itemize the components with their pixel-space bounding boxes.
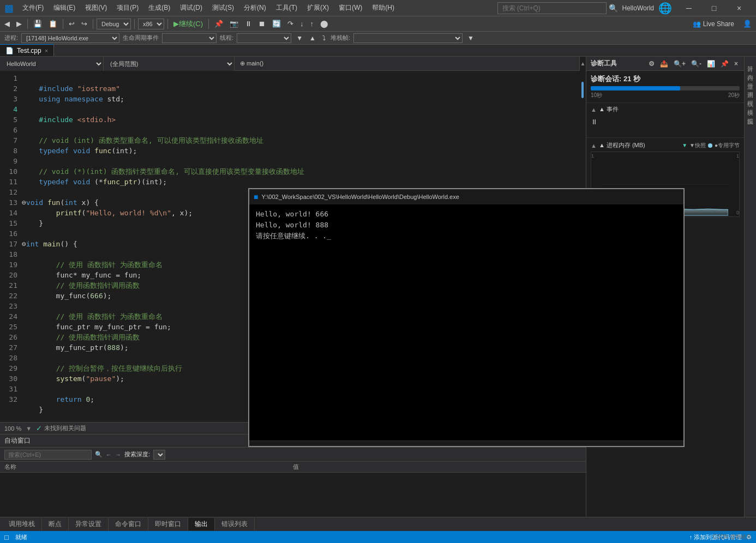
diag-tab-output[interactable]: 输出 [188,518,215,530]
scroll-arrow-up[interactable]: ▲ [580,61,586,67]
toolbar-redo[interactable]: ↪ [79,19,89,29]
toolbar-account[interactable]: 👤 [741,19,754,29]
events-collapse-icon[interactable]: ▲ [591,106,597,113]
debug-arrow-up[interactable]: ▲ [308,34,317,43]
events-label: ▲ 事件 [599,105,619,113]
line-num-26: 26 [2,332,17,342]
menu-analyze[interactable]: 分析(N) [239,2,271,14]
menu-edit[interactable]: 编辑(E) [49,2,80,14]
toolbar-step-in[interactable]: ↓ [298,19,306,29]
bytes-legend-dot [708,143,712,148]
scope-dropdown[interactable]: HelloWorld [0,57,104,71]
console-scrollbar[interactable] [249,441,683,446]
diag-tab-command[interactable]: 命令窗口 [109,518,148,530]
ok-icon: ✓ [36,424,42,432]
line-num-27: 27 [2,342,17,353]
function-scope: ⊕ main() [235,60,269,67]
menu-debug[interactable]: 调试(D) [176,2,207,14]
toolbar-undo[interactable]: ↩ [67,19,77,29]
toolbar-restart[interactable]: 🔄 [270,19,283,29]
console-title-bar: ■ Y:\002_WorkSpace\002_VS\HelloWorld\Hel… [249,189,683,204]
diag-tab-callstack[interactable]: 调用堆栈 [2,518,42,530]
diag-tab-errors[interactable]: 错误列表 [215,518,255,530]
diag-zoom-in-icon[interactable]: 🔍+ [672,59,687,68]
debug-arrow-down[interactable]: ▼ [295,34,304,43]
toolbar-sep-1 [27,19,28,29]
event-pause-icon[interactable]: ⏸ [591,118,598,126]
toolbar-step-over[interactable]: ↷ [285,19,296,29]
menu-tools[interactable]: 工具(T) [272,2,302,14]
toolbar-stop[interactable]: ⏹ [256,19,268,29]
menu-extensions[interactable]: 扩展(X) [303,2,333,14]
toolbar: ◀ ▶ 💾 📋 ↩ ↪ Debug x86 ▶ 继续(C) 📌 📷 ⏸ ⏹ 🔄 … [0,16,756,32]
toolbar-save[interactable]: 💾 [31,19,44,29]
minimize-button[interactable]: ─ [676,0,701,16]
toolbar-pin[interactable]: 📌 [212,19,225,29]
snapshot-label: ▼快照 [689,142,706,149]
diag-chart-icon[interactable]: 📊 [705,59,717,68]
line-num-15: 15 [2,218,17,228]
diag-time-labels: 10秒 20秒 [591,92,740,99]
toolbar-camera[interactable]: 📷 [227,19,241,29]
memory-title: ▲ ▲ 进程内存 (MB) ▼ ▼快照 ●专用字节 [591,141,740,149]
auto-search-input[interactable] [4,450,92,460]
line-num-9: 9 [2,156,17,166]
arrow-left-icon[interactable]: ← [106,451,112,458]
y-top-left: 1 [591,153,602,159]
live-share-button[interactable]: 👥 Live Share [688,19,739,29]
console-content: Hello, world! 666 Hello, world! 888 请按任意… [249,204,683,441]
title-search-input[interactable] [497,2,607,14]
toolbar-forward[interactable]: ▶ [14,19,24,29]
line-num-11: 11 [2,177,17,187]
line-num-20: 20 [2,270,17,280]
restore-button[interactable]: □ [701,0,727,16]
diag-pin-icon[interactable]: 📌 [719,59,730,68]
arrow-right-icon[interactable]: → [115,451,121,458]
process-label: 进程: [4,34,18,42]
memory-collapse-icon[interactable]: ▲ [591,142,597,149]
col-name-header: 名称 [4,463,293,471]
line-num-12: 12 [2,187,17,197]
diag-tab-breakpoints[interactable]: 断点 [42,518,69,530]
toolbar-back[interactable]: ◀ [2,19,12,29]
console-line-3: 请按任意键继续. . ._ [256,231,677,242]
debug-config-dropdown[interactable]: Debug [97,19,131,29]
menu-file[interactable]: 文件(F) [18,2,48,14]
process-select[interactable]: [17148] HelloWorld.exe [21,33,119,43]
callstack-select[interactable] [353,33,463,43]
toolbar-step-out[interactable]: ↑ [308,19,316,29]
diag-close-icon[interactable]: × [733,59,740,68]
diag-export-icon[interactable]: 📤 [658,59,670,68]
search-depth-select[interactable] [153,450,165,460]
debug-callstack-arrow[interactable]: ▼ [466,34,476,43]
menu-help[interactable]: 帮助(H) [368,2,399,14]
line-num-24: 24 [2,311,17,322]
file-tab[interactable]: 📄 Test.cpp × [0,44,54,56]
menu-view[interactable]: 视图(V) [81,2,111,14]
menu-window[interactable]: 窗口(W) [334,2,367,14]
platform-dropdown[interactable]: x86 [138,19,164,29]
tab-close-button[interactable]: × [45,47,48,54]
diag-tab-exceptions[interactable]: 异常设置 [69,518,109,530]
toolbar-pause[interactable]: ⏸ [243,19,254,29]
diag-settings-icon[interactable]: ⚙ [647,59,656,68]
continue-button[interactable]: ▶ 继续(C) [171,18,205,30]
diag-zoom-out-icon[interactable]: 🔍- [689,59,703,68]
zoom-level[interactable]: 100 % [4,425,21,432]
debug-skip[interactable]: ⤵ [321,34,327,43]
toolbar-bp[interactable]: ⬤ [318,19,331,29]
menu-test[interactable]: 测试(S) [208,2,238,14]
full-scope-dropdown[interactable]: (全局范围) [104,57,235,71]
lifecycle-select[interactable] [162,33,217,43]
menu-build[interactable]: 生成(B) [144,2,175,14]
toolbar-sep-6 [208,19,209,29]
diag-tab-immediate[interactable]: 即时窗口 [148,518,188,530]
close-button[interactable]: × [727,0,752,16]
events-section: ▲ ▲ 事件 [586,102,744,116]
menu-project[interactable]: 项目(P) [112,2,143,14]
line-num-8: 8 [2,146,17,156]
auto-window-label: 自动窗口 [4,436,31,445]
console-window: ■ Y:\002_WorkSpace\002_VS\HelloWorld\Hel… [248,188,685,447]
thread-select[interactable] [237,33,291,43]
toolbar-save-all[interactable]: 📋 [46,19,59,29]
